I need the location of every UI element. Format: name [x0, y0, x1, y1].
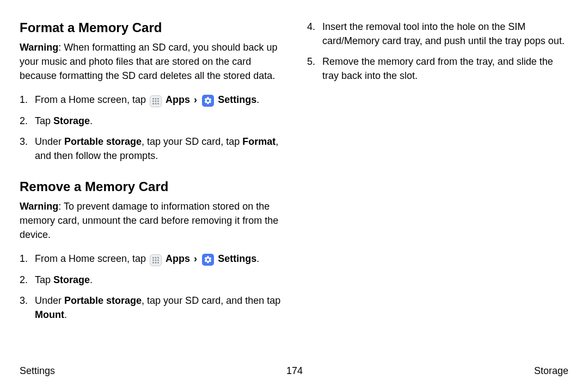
- step-bold: Portable storage: [64, 295, 142, 306]
- svg-point-8: [157, 103, 159, 105]
- page-footer: Settings 174 Storage: [20, 365, 568, 377]
- right-column: 4. Insert the removal tool into the hole…: [307, 20, 568, 337]
- svg-point-3: [152, 101, 154, 102]
- page-number: 174: [286, 365, 303, 377]
- format-title: Format a Memory Card: [20, 20, 281, 36]
- svg-point-15: [152, 262, 154, 264]
- settings-icon: [202, 254, 214, 266]
- step-body: Under Portable storage, tap your SD card…: [35, 293, 281, 322]
- step-bold: Portable storage: [64, 136, 142, 147]
- step-text: From a Home screen, tap: [35, 253, 149, 264]
- step-number: 3.: [20, 134, 35, 163]
- svg-point-7: [155, 103, 157, 105]
- warning-label: Warning: [20, 201, 58, 212]
- step-number: 1.: [20, 252, 35, 266]
- step-body: From a Home screen, tap Apps › Settings.: [35, 93, 281, 107]
- step-body: From a Home screen, tap Apps › Settings.: [35, 252, 281, 266]
- settings-icon: [202, 95, 214, 107]
- step-number: 2.: [20, 114, 35, 128]
- svg-point-0: [152, 98, 154, 100]
- step-bold: Storage: [53, 274, 90, 285]
- svg-point-12: [152, 259, 154, 261]
- step-text: Tap: [35, 115, 53, 126]
- step-text: Under: [35, 295, 64, 306]
- svg-point-11: [157, 257, 159, 259]
- format-warning: Warning: When formatting an SD card, you…: [20, 40, 281, 83]
- chevron-right-icon: ›: [194, 94, 197, 105]
- apps-label: Apps: [166, 253, 193, 264]
- step-bold: Mount: [35, 309, 64, 320]
- list-item: 3. Under Portable storage, tap your SD c…: [20, 293, 281, 322]
- warning-text: : When formatting an SD card, you should…: [20, 42, 278, 81]
- svg-point-10: [155, 257, 157, 259]
- step-text: , tap your SD card, and then tap: [142, 295, 280, 306]
- step-body: Insert the removal tool into the hole on…: [322, 20, 568, 48]
- svg-point-5: [157, 101, 159, 102]
- step-bold: Format: [242, 136, 275, 147]
- remove-steps: 1. From a Home screen, tap Apps › Settin…: [20, 252, 281, 322]
- footer-left: Settings: [20, 365, 55, 377]
- left-column: Format a Memory Card Warning: When forma…: [20, 20, 281, 337]
- svg-point-17: [157, 262, 159, 264]
- svg-point-14: [157, 259, 159, 261]
- step-number: 4.: [307, 20, 322, 48]
- step-body: Tap Storage.: [35, 114, 281, 128]
- step-number: 3.: [20, 293, 35, 322]
- svg-point-1: [155, 98, 157, 100]
- svg-point-4: [155, 101, 157, 102]
- svg-point-6: [152, 103, 154, 105]
- step-number: 1.: [20, 93, 35, 107]
- list-item: 3. Under Portable storage, tap your SD c…: [20, 134, 281, 163]
- step-body: Under Portable storage, tap your SD card…: [35, 134, 281, 163]
- list-item: 4. Insert the removal tool into the hole…: [307, 20, 568, 48]
- step-text: .: [90, 115, 93, 126]
- step-text: Tap: [35, 274, 53, 285]
- apps-label: Apps: [166, 94, 193, 105]
- step-number: 2.: [20, 273, 35, 287]
- remove-title: Remove a Memory Card: [20, 179, 281, 195]
- page-columns: Format a Memory Card Warning: When forma…: [20, 20, 568, 337]
- svg-point-13: [155, 259, 157, 261]
- chevron-right-icon: ›: [194, 253, 197, 264]
- step-number: 5.: [307, 54, 322, 83]
- list-item: 2. Tap Storage.: [20, 114, 281, 128]
- step-text: .: [256, 94, 259, 105]
- step-text: .: [256, 253, 259, 264]
- warning-text: : To prevent damage to information store…: [20, 201, 278, 240]
- remove-steps-continued: 4. Insert the removal tool into the hole…: [307, 20, 568, 83]
- step-text: , tap your SD card, tap: [142, 136, 242, 147]
- step-body: Tap Storage.: [35, 273, 281, 287]
- step-text: .: [90, 274, 93, 285]
- footer-right: Storage: [534, 365, 568, 377]
- remove-warning: Warning: To prevent damage to informatio…: [20, 199, 281, 242]
- format-steps: 1. From a Home screen, tap Apps › Settin…: [20, 93, 281, 163]
- settings-label: Settings: [218, 94, 256, 105]
- svg-point-16: [155, 262, 157, 264]
- list-item: 1. From a Home screen, tap Apps › Settin…: [20, 252, 281, 266]
- warning-label: Warning: [20, 42, 58, 53]
- list-item: 1. From a Home screen, tap Apps › Settin…: [20, 93, 281, 107]
- svg-point-2: [157, 98, 159, 100]
- svg-point-9: [152, 257, 154, 259]
- step-text: .: [64, 309, 67, 320]
- step-bold: Storage: [53, 115, 90, 126]
- apps-icon: [150, 95, 162, 107]
- step-text: From a Home screen, tap: [35, 94, 149, 105]
- step-body: Remove the memory card from the tray, an…: [322, 54, 568, 83]
- step-text: Under: [35, 136, 64, 147]
- list-item: 2. Tap Storage.: [20, 273, 281, 287]
- apps-icon: [150, 254, 162, 266]
- settings-label: Settings: [218, 253, 256, 264]
- list-item: 5. Remove the memory card from the tray,…: [307, 54, 568, 83]
